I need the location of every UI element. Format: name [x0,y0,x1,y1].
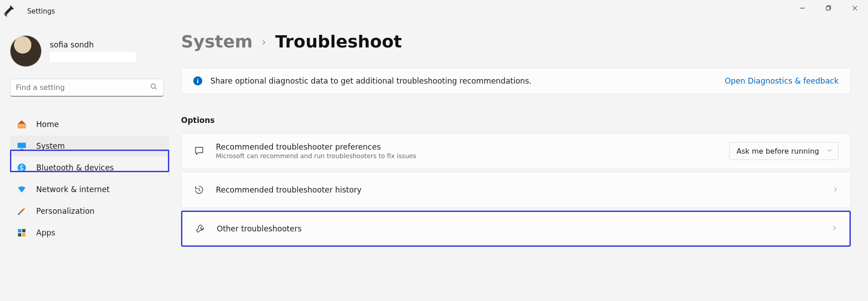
brush-icon [16,206,27,216]
prefs-dropdown[interactable]: Ask me before running [729,142,839,160]
chevron-right-icon [831,225,838,233]
svg-rect-10 [22,233,25,236]
svg-rect-9 [18,233,21,236]
svg-rect-4 [20,149,23,150]
banner-text: Share optional diagnostic data to get ad… [210,76,725,85]
chevron-right-icon [832,186,839,194]
sidebar-item-network[interactable]: Network & internet [0,179,172,200]
svg-point-6 [18,213,20,215]
wrench-icon [194,223,206,235]
bluetooth-icon [16,162,27,173]
nav-list: Home System Bluetooth & devices Network … [0,105,172,243]
sidebar-item-label: Personalization [36,207,95,216]
svg-rect-1 [826,7,830,10]
card-title: Other troubleshooters [217,224,831,233]
search-icon [150,83,158,93]
title-bar: Settings [0,0,868,23]
history-icon [193,184,205,196]
profile-name: sofia sondh [50,40,136,49]
dropdown-value: Ask me before running [737,147,819,155]
open-diagnostics-link[interactable]: Open Diagnostics & feedback [725,76,839,85]
breadcrumb-parent[interactable]: System [181,32,253,52]
chevron-right-icon [261,37,267,48]
chevron-down-icon [826,147,833,155]
main-content: System Troubleshoot i Share optional dia… [181,23,868,249]
sidebar-item-home[interactable]: Home [0,114,172,135]
sidebar-item-label: System [36,141,65,150]
card-subtitle: Microsoft can recommend and run troubles… [216,152,729,160]
sidebar-item-label: Network & internet [36,185,110,194]
diagnostics-banner: i Share optional diagnostic data to get … [181,68,851,94]
svg-rect-8 [22,229,25,232]
apps-icon [16,227,27,238]
svg-point-2 [151,84,156,88]
card-troubleshooter-history[interactable]: Recommended troubleshooter history [181,172,851,208]
sidebar-item-personalization[interactable]: Personalization [0,201,172,221]
card-troubleshooter-prefs[interactable]: Recommended troubleshooter preferences M… [181,133,851,169]
svg-rect-3 [18,143,26,148]
breadcrumb-current: Troubleshoot [275,32,402,52]
sidebar-item-apps[interactable]: Apps [0,222,172,243]
svg-rect-7 [18,229,21,232]
window-controls [789,0,868,16]
search-box[interactable] [10,79,164,97]
profile-block[interactable]: sofia sondh [0,32,172,74]
back-button[interactable] [1,9,11,19]
sidebar-item-system[interactable]: System [10,136,169,156]
info-icon: i [193,76,202,85]
sidebar-item-bluetooth[interactable]: Bluetooth & devices [0,157,172,178]
sidebar-item-label: Apps [36,228,55,237]
avatar [10,35,42,67]
wifi-icon [16,184,27,195]
sidebar-item-label: Home [36,120,59,129]
close-button[interactable] [842,0,868,16]
maximize-button[interactable] [816,0,842,16]
app-title: Settings [27,7,55,15]
home-icon [16,119,27,130]
chat-icon [193,145,205,157]
sidebar-item-label: Bluetooth & devices [36,163,114,172]
card-title: Recommended troubleshooter preferences [216,142,729,151]
card-other-troubleshooters[interactable]: Other troubleshooters [181,211,851,247]
options-heading: Options [181,116,851,125]
sidebar: sofia sondh Home System [0,23,172,244]
minimize-button[interactable] [789,0,816,16]
search-input[interactable] [16,83,150,92]
breadcrumb: System Troubleshoot [181,32,851,52]
display-icon [16,141,27,151]
profile-email-redacted [50,52,136,62]
card-title: Recommended troubleshooter history [216,185,832,194]
